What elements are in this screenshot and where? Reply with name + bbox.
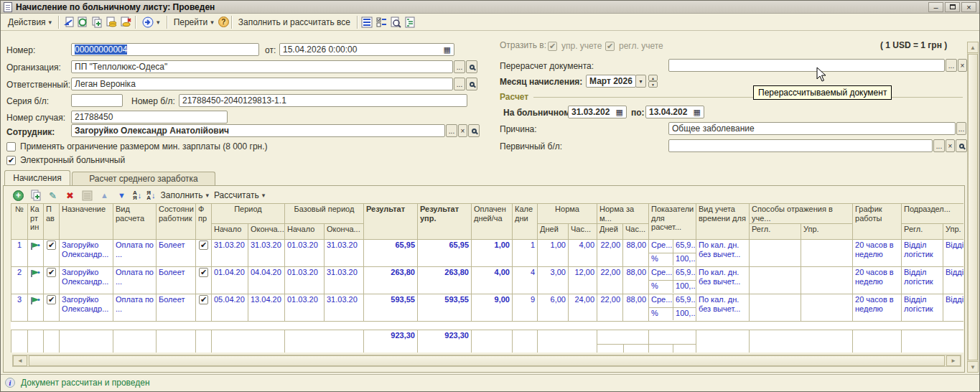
- division-regl-cell[interactable]: Відділ логістик: [902, 267, 943, 294]
- vertical-scroll-thumb[interactable]: [968, 54, 978, 360]
- norm-month-hours-cell[interactable]: 88,00: [623, 267, 649, 294]
- checkbox-list-icon[interactable]: [374, 15, 388, 29]
- calculate-button[interactable]: Рассчитать▾: [214, 190, 265, 200]
- result-cell[interactable]: 263,80: [364, 267, 418, 294]
- min-salary-limit-checkbox[interactable]: [6, 142, 16, 151]
- division-regl-cell[interactable]: Відділ логістик: [902, 240, 943, 267]
- electronic-sick-checkbox[interactable]: ✔: [6, 156, 16, 165]
- sort-descending-button[interactable]: ЯА ↓: [146, 190, 155, 200]
- division-upr-cell[interactable]: Відділ пр: [943, 267, 963, 294]
- division-upr-cell[interactable]: Відділ пр: [943, 240, 963, 267]
- norm-month-days-cell[interactable]: 22,00: [597, 294, 623, 322]
- result-cell[interactable]: 65,95: [364, 240, 418, 267]
- fill-button[interactable]: Заполнить▾: [161, 190, 209, 200]
- calendar-icon[interactable]: ▦: [444, 46, 451, 53]
- structure-icon[interactable]: [403, 15, 417, 29]
- delete-row-button[interactable]: ✖: [64, 190, 76, 202]
- schedule-cell[interactable]: 20 часов в неделю: [853, 240, 902, 267]
- row-include-cell[interactable]: ✔: [44, 294, 60, 322]
- norm-days-cell[interactable]: 3,00: [538, 267, 569, 294]
- employee-select-button[interactable]: ...: [446, 124, 457, 137]
- list-settings-icon[interactable]: [360, 15, 374, 29]
- primary-select-button[interactable]: ...: [933, 139, 945, 152]
- case-number-input[interactable]: 21788450: [71, 111, 228, 123]
- norm-hours-cell[interactable]: 4,00: [569, 240, 597, 267]
- row-include-cell[interactable]: ✔: [44, 240, 60, 267]
- schedule-cell[interactable]: 20 часов в неделю: [853, 294, 902, 322]
- close-button[interactable]: ×: [961, 2, 976, 12]
- row-checkbox[interactable]: ✔: [47, 268, 56, 277]
- organization-select-button[interactable]: ...: [454, 60, 465, 73]
- sick-to-input[interactable]: 13.04.202 ▦: [645, 106, 704, 118]
- scroll-left-button[interactable]: ◄: [13, 355, 27, 366]
- reflect-regl-cell[interactable]: [750, 240, 801, 267]
- output-button[interactable]: ▾: [138, 15, 164, 29]
- base-end-cell[interactable]: 31.03.20: [325, 294, 364, 322]
- actions-button[interactable]: Действия ▾: [4, 16, 56, 29]
- norm-hours-cell[interactable]: 12,00: [569, 267, 597, 294]
- reason-select-button[interactable]: ...: [956, 122, 966, 135]
- time-kind-cell[interactable]: По кал. дн. без вычет...: [696, 294, 750, 322]
- calc-type-cell[interactable]: Оплата по ...: [113, 267, 157, 294]
- horizontal-scroll-thumb[interactable]: [29, 355, 945, 366]
- cal-days-cell[interactable]: 9: [513, 294, 538, 322]
- employee-input[interactable]: Загоруйко Олександр Анатолійович: [71, 124, 445, 137]
- sick-from-input[interactable]: 31.03.202 ▦: [568, 106, 627, 118]
- time-kind-cell[interactable]: По кал. дн. без вычет...: [696, 267, 750, 294]
- doc-date-input[interactable]: 15.04.2026 0:00:00 ▦: [279, 43, 454, 56]
- save-close-button[interactable]: [61, 15, 75, 29]
- paid-cell[interactable]: 1,00: [472, 240, 513, 267]
- copy-add-button[interactable]: [90, 15, 104, 29]
- edit-row-button[interactable]: ✎: [47, 190, 59, 202]
- period-start-cell[interactable]: 31.03.20: [212, 240, 248, 267]
- primary-search-button[interactable]: [956, 139, 967, 152]
- sick-number-input[interactable]: 21788450-2040129813-1.1: [179, 94, 467, 107]
- post-document-button[interactable]: [104, 15, 118, 29]
- reflect-regl-cell[interactable]: [750, 267, 801, 294]
- state-cell[interactable]: Болеет: [157, 294, 196, 322]
- fill-and-calculate-all-button[interactable]: Заполнить и рассчитать все: [234, 16, 355, 29]
- row-number[interactable]: 2: [11, 267, 28, 294]
- indicators-cell[interactable]: Сре...65,9... %100,...: [649, 294, 696, 322]
- recalc-clear-button[interactable]: ×: [958, 59, 967, 72]
- series-input[interactable]: [71, 94, 123, 107]
- month-dropdown-button[interactable]: ▾: [635, 75, 646, 88]
- help-icon[interactable]: ?: [218, 17, 229, 27]
- result-upr-cell[interactable]: 65,95: [418, 240, 472, 267]
- norm-month-days-cell[interactable]: 22,00: [597, 240, 623, 267]
- add-row-button[interactable]: +: [12, 190, 24, 202]
- goto-button[interactable]: Перейти ▾: [169, 16, 218, 29]
- reflect-regl-cell[interactable]: [750, 294, 801, 322]
- row-number[interactable]: 3: [11, 294, 28, 322]
- fpr-checkbox[interactable]: ✔: [199, 268, 208, 277]
- responsible-search-button[interactable]: [466, 78, 477, 90]
- row-checkbox[interactable]: ✔: [47, 295, 56, 304]
- period-end-cell[interactable]: 04.04.20: [248, 267, 285, 294]
- calendar-icon[interactable]: ▦: [616, 108, 623, 116]
- norm-month-days-cell[interactable]: 22,00: [597, 267, 623, 294]
- base-start-cell[interactable]: 01.03.20: [285, 267, 325, 294]
- sort-ascending-button[interactable]: АЯ ↓: [133, 190, 141, 200]
- norm-days-cell[interactable]: 1,00: [538, 240, 569, 267]
- time-kind-cell[interactable]: По кал. дн. без вычет...: [696, 240, 750, 267]
- norm-month-hours-cell[interactable]: 88,00: [623, 240, 649, 267]
- move-up-button[interactable]: ▲: [98, 190, 111, 202]
- row-status-cell[interactable]: [28, 240, 44, 267]
- preview-icon[interactable]: [388, 15, 403, 29]
- row-checkbox[interactable]: ✔: [47, 241, 56, 250]
- employee-search-button[interactable]: [468, 124, 480, 137]
- copy-row-button[interactable]: [29, 190, 42, 202]
- result-upr-cell[interactable]: 263,80: [418, 267, 472, 294]
- cal-days-cell[interactable]: 1: [513, 240, 538, 267]
- purpose-cell[interactable]: Загоруйко Олександр...: [60, 240, 113, 267]
- reason-input[interactable]: Общее заболевание: [668, 122, 956, 135]
- row-include-cell[interactable]: ✔: [44, 267, 60, 294]
- fpr-cell[interactable]: ✔: [196, 267, 212, 294]
- base-start-cell[interactable]: 01.03.20: [285, 294, 325, 322]
- paid-cell[interactable]: 9,00: [472, 294, 513, 322]
- indicators-cell[interactable]: Сре...65,9... %100,...: [649, 267, 696, 294]
- primary-sick-input[interactable]: [668, 139, 933, 152]
- fpr-cell[interactable]: ✔: [196, 240, 212, 267]
- end-edit-button[interactable]: [81, 190, 93, 202]
- scroll-right-button[interactable]: ►: [946, 355, 961, 366]
